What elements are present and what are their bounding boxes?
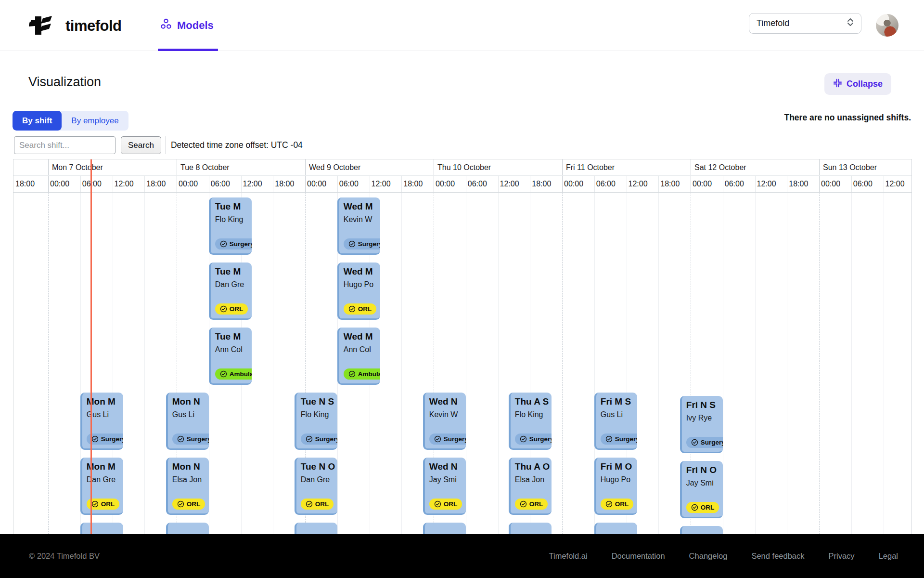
tab-by-employee[interactable]: By employee — [62, 111, 128, 131]
chevron-up-down-icon — [846, 17, 855, 29]
slot-line — [787, 192, 787, 534]
shift-card[interactable]: Mon MDan GreORL — [80, 458, 123, 515]
shift-tag: ORL — [215, 303, 248, 315]
nav-models[interactable]: Models — [158, 0, 216, 51]
check-circle-icon — [348, 370, 356, 378]
shift-card[interactable] — [594, 523, 637, 534]
shift-tag: ORL — [429, 499, 462, 510]
shift-tag-label: ORL — [315, 500, 329, 508]
shift-card[interactable]: Thu A SFlo KingSurgery — [509, 393, 552, 450]
shift-title: Wed M — [344, 266, 380, 277]
shift-card[interactable]: Fri N SIvy RyeSurgery — [680, 396, 723, 453]
shift-card[interactable]: Wed MAnn ColAmbulatory — [337, 328, 380, 385]
day-header: Mon 7 October — [48, 159, 177, 175]
shift-tag-label: ORL — [701, 504, 715, 511]
shift-card[interactable]: Thu A OElsa JonORL — [509, 458, 552, 515]
shift-card[interactable]: Fri M OHugo PoORL — [594, 458, 637, 515]
shift-title: Wed N — [429, 461, 466, 472]
search-input[interactable] — [14, 136, 116, 154]
time-label: 18:00 — [658, 175, 680, 192]
footer: © 2024 Timefold BV Timefold.ai Documenta… — [0, 534, 924, 578]
shift-card[interactable]: Fri N OJay SmiORL — [680, 461, 723, 518]
shift-card[interactable] — [166, 523, 209, 534]
slot-line — [658, 192, 659, 534]
slot-line — [80, 175, 81, 192]
shift-card[interactable]: Tue N ODan GreORL — [295, 458, 337, 515]
day-header: Fri 11 October — [562, 159, 691, 175]
shift-employee: Jay Smi — [429, 475, 466, 484]
shift-card[interactable]: Mon NGus LiSurgery — [166, 393, 209, 450]
check-circle-icon — [691, 504, 698, 511]
shift-card[interactable]: Wed MHugo PoORL — [337, 263, 380, 320]
footer-link-send-feedback[interactable]: Send feedback — [751, 552, 804, 561]
footer-link-documentation[interactable]: Documentation — [612, 552, 665, 561]
check-circle-icon — [306, 500, 313, 508]
shift-card[interactable] — [680, 526, 723, 534]
shift-card[interactable]: Fri M SGus LiSurgery — [594, 393, 637, 450]
current-time-line — [90, 159, 92, 534]
day-boundary-line — [48, 192, 49, 534]
shift-card[interactable]: Wed NKevin WSurgery — [423, 393, 466, 450]
shift-card[interactable]: Tue MDan GreORL — [209, 263, 252, 320]
shift-card[interactable] — [423, 523, 466, 534]
collapse-icon — [833, 79, 842, 90]
day-header: Tue 8 October — [177, 159, 305, 175]
shift-card[interactable]: Wed NJay SmiORL — [423, 458, 466, 515]
footer-link-timefold-ai[interactable]: Timefold.ai — [549, 552, 588, 561]
collapse-button[interactable]: Collapse — [824, 73, 891, 95]
user-avatar[interactable] — [876, 14, 898, 37]
shift-employee: Dan Gre — [87, 475, 123, 484]
footer-link-legal[interactable]: Legal — [879, 552, 898, 561]
slot-line — [466, 192, 466, 534]
check-circle-icon — [220, 305, 227, 313]
shift-card[interactable]: Tue MAnn ColAmbulatory — [209, 328, 252, 385]
slot-line — [273, 192, 273, 534]
shift-title: Fri N S — [686, 400, 723, 410]
shift-tag-label: Surgery — [701, 439, 723, 446]
shift-title: Mon N — [172, 396, 209, 407]
nav-active-underline — [158, 49, 218, 51]
shift-card[interactable] — [295, 523, 337, 534]
header-divider — [13, 175, 911, 176]
shift-tag-label: ORL — [444, 500, 458, 508]
slot-line — [466, 175, 466, 192]
shift-card[interactable]: Mon MGus LiSurgery — [80, 393, 123, 450]
shift-tag-label: ORL — [615, 500, 629, 508]
check-circle-icon — [434, 435, 441, 443]
slot-line — [337, 175, 338, 192]
brand-logo[interactable]: timefold — [29, 13, 122, 39]
shift-employee: Hugo Po — [601, 475, 637, 484]
day-header: Thu 10 October — [434, 159, 562, 175]
slot-line — [884, 175, 884, 192]
day-header: Wed 9 October — [305, 159, 434, 175]
time-label: 00:00 — [562, 175, 583, 192]
day-header: Sun 13 October — [819, 159, 912, 175]
shift-card[interactable] — [509, 523, 552, 534]
shift-title: Tue M — [215, 201, 252, 212]
shift-card[interactable]: Mon NElsa JonORL — [166, 458, 209, 515]
time-label: 00:00 — [48, 175, 69, 192]
shift-employee: Flo King — [215, 215, 252, 224]
shift-tag-label: ORL — [230, 305, 244, 313]
shift-card[interactable]: Wed MKevin WSurgery — [337, 197, 380, 255]
search-button[interactable]: Search — [121, 136, 161, 154]
shift-employee: Hugo Po — [344, 280, 380, 289]
footer-link-changelog[interactable]: Changelog — [689, 552, 728, 561]
org-select[interactable]: Timefold — [749, 13, 861, 34]
slot-line — [209, 175, 209, 192]
shift-tag: ORL — [686, 502, 719, 513]
shift-employee: Flo King — [301, 410, 337, 419]
shift-card[interactable]: Tue MFlo KingSurgery — [209, 197, 252, 255]
day-header: Sat 12 October — [691, 159, 819, 175]
shift-tag: Surgery — [301, 434, 337, 445]
shift-tag: Surgery — [429, 434, 466, 445]
collapse-label: Collapse — [847, 79, 883, 89]
shift-employee: Elsa Jon — [515, 475, 552, 484]
time-label: 12:00 — [370, 175, 391, 192]
shift-title: Fri M S — [601, 396, 637, 407]
footer-link-privacy[interactable]: Privacy — [829, 552, 855, 561]
tab-by-shift[interactable]: By shift — [13, 111, 62, 131]
shift-card[interactable] — [80, 523, 123, 534]
shift-card[interactable]: Tue N SFlo KingSurgery — [295, 393, 337, 450]
slot-line — [723, 192, 723, 534]
